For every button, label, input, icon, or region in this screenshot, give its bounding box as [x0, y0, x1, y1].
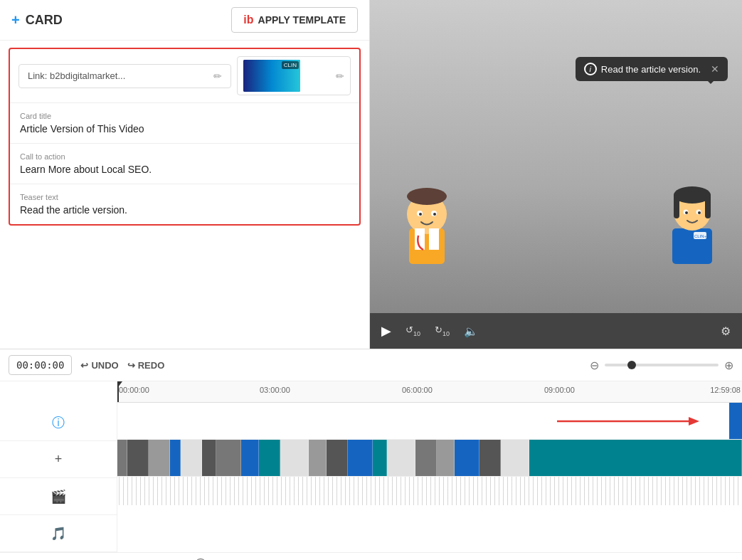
ruler-mark-1: 03:00:00 — [260, 386, 290, 394]
image-edit-icon[interactable]: ✏ — [336, 70, 344, 82]
redo-icon: ↪ — [127, 360, 135, 371]
vt-9 — [259, 440, 280, 476]
add-track-icon[interactable]: + — [0, 441, 117, 478]
vt-2 — [127, 440, 149, 476]
video-controls-bar: ▶ ↺10 ↻10 🔈 ⚙ — [370, 313, 742, 349]
tooltip-text: Read the article version. — [601, 64, 701, 75]
ruler-mark-2: 06:00:00 — [402, 386, 433, 394]
undo-icon: ↩ — [80, 360, 88, 371]
cta-label: Call to action — [20, 152, 349, 161]
plus-icon[interactable]: + — [11, 12, 20, 28]
playhead-triangle — [117, 381, 122, 387]
image-thumbnail: CLIN — [243, 60, 300, 92]
zoom-control: ⊖ ⊕ — [590, 359, 733, 372]
svg-point-5 — [419, 213, 422, 216]
svg-rect-12 — [674, 194, 679, 218]
thumb-label: CLIN — [282, 61, 299, 69]
undo-button[interactable]: ↩ UNDO — [80, 360, 118, 371]
link-field[interactable]: Link: b2bdigitalmarket... ✏ — [18, 64, 231, 88]
svg-point-6 — [433, 213, 436, 216]
timeline-ruler: 00:00:00 03:00:00 06:00:00 09:00:00 12:5… — [117, 381, 742, 403]
video-thumbnails — [117, 440, 742, 476]
link-edit-icon[interactable]: ✏ — [213, 70, 222, 82]
vt-3 — [149, 440, 170, 476]
svg-text:CLIN+: CLIN+ — [694, 234, 707, 238]
vt-6 — [202, 440, 216, 476]
forward-button[interactable]: ↻10 — [435, 324, 450, 337]
zoom-thumb — [627, 361, 636, 369]
video-track — [117, 440, 742, 477]
vt-8 — [241, 440, 259, 476]
link-text: Link: b2bdigitalmarket... — [28, 70, 125, 81]
ib-logo-icon: ib — [243, 14, 253, 26]
audio-track-icon[interactable]: 🎵 — [0, 515, 117, 552]
audio-track — [117, 477, 742, 505]
audio-waveform — [117, 477, 742, 505]
timeline-wrapper: ⓘ + 🎬 🎵 00:00:00 03:00:00 06:00:00 09:00… — [0, 381, 742, 552]
vt-12 — [327, 440, 348, 476]
ruler-mark-0: 00:00:00 — [119, 386, 149, 394]
card-title-field[interactable]: Card title Article Version of This Video — [10, 103, 359, 144]
vt-4 — [170, 440, 181, 476]
info-track-icon[interactable]: ⓘ — [0, 404, 117, 441]
track-icons: ⓘ + 🎬 🎵 — [0, 404, 117, 552]
ruler-mark-3: 09:00:00 — [544, 386, 575, 394]
settings-icon[interactable]: ⚙ — [721, 324, 731, 338]
card-title-label: Card title — [20, 112, 349, 120]
svg-marker-21 — [689, 417, 699, 426]
svg-point-17 — [698, 211, 701, 214]
vt-18 — [455, 440, 479, 476]
volume-button[interactable]: 🔈 — [464, 324, 478, 338]
teaser-text-field[interactable]: Teaser text Read the article version. — [10, 184, 359, 224]
card-track — [117, 403, 742, 440]
link-image-row: Link: b2bdigitalmarket... ✏ CLIN ✏ — [10, 49, 359, 103]
vt-11 — [309, 440, 327, 476]
play-button[interactable]: ▶ — [381, 323, 391, 339]
timeline-content: 00:00:00 03:00:00 06:00:00 09:00:00 12:5… — [117, 381, 742, 552]
redo-button[interactable]: ↪ REDO — [127, 360, 165, 371]
video-area: i Read the article version. ✕ — [370, 0, 742, 313]
ruler-mark-4: 12:59:08 — [710, 386, 741, 394]
character-left — [391, 182, 462, 270]
video-preview-panel: i Read the article version. ✕ — [370, 0, 742, 349]
timeline-controls-bar: 00:00:00 ↩ UNDO ↪ REDO ⊖ ⊕ — [0, 349, 742, 381]
timeline-sidebar: ⓘ + 🎬 🎵 — [0, 381, 117, 552]
vt-19 — [479, 440, 501, 476]
svg-rect-13 — [705, 194, 711, 218]
red-arrow-icon — [557, 414, 699, 428]
vt-20 — [501, 440, 529, 476]
image-field[interactable]: CLIN ✏ — [237, 56, 351, 95]
teaser-value: Read the article version. — [20, 204, 349, 216]
tooltip-bubble: i Read the article version. ✕ — [576, 57, 728, 81]
vt-13 — [348, 440, 373, 476]
zoom-in-button[interactable]: ⊕ — [724, 359, 733, 372]
svg-rect-8 — [429, 228, 439, 250]
blue-playhead-marker — [729, 403, 742, 439]
vt-10 — [280, 440, 309, 476]
svg-point-16 — [685, 211, 688, 214]
cta-value: Learn More about Local SEO. — [20, 164, 349, 175]
card-section-title: + CARD — [11, 12, 63, 28]
vt-17 — [437, 440, 455, 476]
vt-14 — [373, 440, 387, 476]
vt-21 — [529, 440, 742, 476]
card-title-value: Article Version of This Video — [20, 123, 349, 134]
character-right: CLIN+ — [657, 182, 728, 270]
card-form: Link: b2bdigitalmarket... ✏ CLIN ✏ Card … — [9, 48, 361, 226]
tooltip-close-icon[interactable]: ✕ — [711, 63, 719, 75]
zoom-out-button[interactable]: ⊖ — [590, 359, 599, 372]
playhead-line — [117, 381, 119, 402]
info-icon: i — [584, 63, 597, 75]
timeline-section: 00:00:00 ↩ UNDO ↪ REDO ⊖ ⊕ ⓘ + 🎬 🎵 — [0, 349, 742, 560]
rewind-button[interactable]: ↺10 — [406, 324, 420, 337]
vt-5 — [181, 440, 202, 476]
apply-template-button[interactable]: ib APPLY TEMPLATE — [231, 7, 358, 33]
vt-15 — [387, 440, 415, 476]
call-to-action-field[interactable]: Call to action Learn More about Local SE… — [10, 144, 359, 184]
video-track-icon[interactable]: 🎬 — [0, 478, 117, 515]
vt-16 — [415, 440, 437, 476]
zoom-slider[interactable] — [605, 364, 719, 366]
svg-point-2 — [407, 188, 447, 205]
vt-1 — [117, 440, 127, 476]
timecode-display: 00:00:00 — [9, 355, 72, 375]
